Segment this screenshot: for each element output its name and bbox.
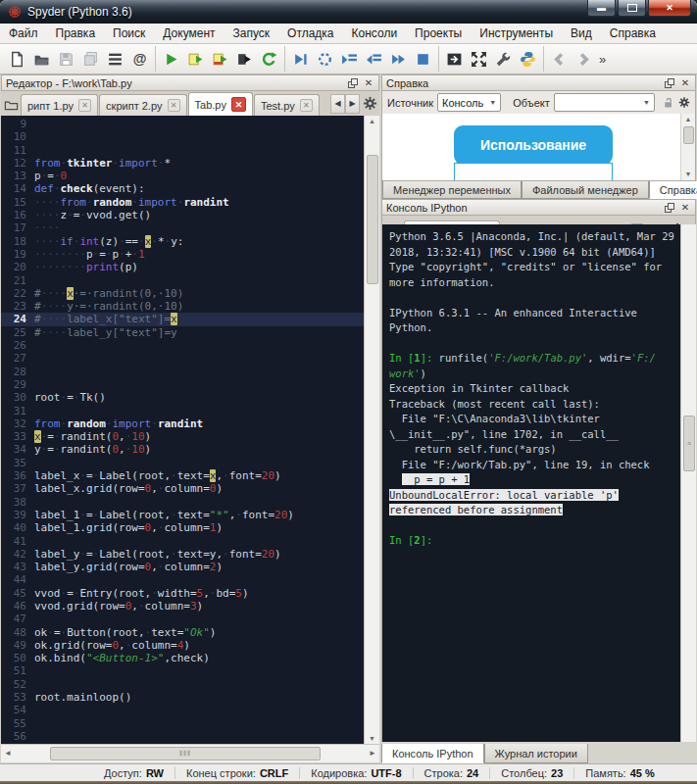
editor-tab[interactable]: скрипт 2.py✕ [99,94,186,116]
help-pane-tab[interactable]: Менеджер переменных [382,181,522,199]
tb-save[interactable] [54,47,78,72]
code-line[interactable]: 15····from·random·import·randint [1,196,365,209]
close-tab-icon[interactable]: ✕ [168,99,180,112]
code-line[interactable]: 37label_x.grid(row=0,·column=0) [1,482,365,495]
source-select[interactable]: Консоль▼ [437,93,501,112]
code-line[interactable]: 10 [1,130,365,143]
tb-rerun-last[interactable] [257,47,281,72]
code-line[interactable]: 50ok.bind("<Button-1>",check) [1,652,365,664]
menu-item[interactable]: Отладка [278,24,342,43]
menu-item[interactable]: Проекты [406,24,471,43]
editor-options-gear-icon[interactable] [360,93,379,115]
close-tab-icon[interactable]: ✕ [231,97,246,112]
code-line[interactable]: 34y·=·randint(0,·10) [1,443,365,456]
close-tab-icon[interactable]: ✕ [300,99,313,112]
maximize-button[interactable] [618,0,646,17]
code-line[interactable]: 12from·tkinter·import·* [1,157,365,170]
scroll-down-icon[interactable]: ▼ [681,169,695,180]
usage-banner[interactable]: Использование [454,125,613,165]
code-line[interactable]: 44 [1,573,365,586]
help-pane-tab[interactable]: Справка [649,181,697,199]
console-vscrollbar[interactable]: ≡ [680,224,696,742]
lock-icon[interactable] [663,97,674,109]
tb-debug[interactable] [288,47,313,72]
code-line[interactable]: 56 [1,730,365,743]
close-pane-icon[interactable]: ✕ [679,77,691,89]
code-line[interactable]: 17···· [1,221,365,234]
code-line[interactable]: 39label_1·=·Label(root,·text="*",·font=2… [1,509,365,521]
editor-vscrollbar[interactable]: ▲ ▼ [364,116,379,745]
tb-stop-debug[interactable] [411,47,435,72]
code-line[interactable]: 16····z·=·vvod.get() [1,209,365,221]
close-pane-icon[interactable]: ✕ [679,202,691,214]
help-options-gear-icon[interactable] [678,97,690,109]
code-line[interactable]: 23#····y·=·randint(0,·10) [1,300,365,313]
code-line[interactable]: 26 [1,339,365,352]
code-line[interactable]: 33x·=·randint(0,·10) [1,430,365,443]
code-line[interactable]: 25#····label_y["text"]=y [1,326,365,339]
title-bar[interactable]: Spyder (Python 3.6) ▬ ✕ [0,0,697,24]
scroll-up-icon[interactable]: ▲ [681,114,695,125]
close-button[interactable]: ✕ [648,0,691,17]
editor-hscrollbar[interactable]: ◄ ⦀⦀⦀ ► [1,744,379,762]
code-line[interactable]: 29 [1,378,365,391]
menu-item[interactable]: Консоли [343,24,407,43]
editor-tab[interactable]: Test.py✕ [254,94,320,116]
close-pane-icon[interactable]: ✕ [363,77,374,89]
tb-run-selection[interactable] [232,47,257,72]
code-line[interactable]: 19········p·=·p·+·1 [1,248,365,261]
console-pane-tab[interactable]: Консоль IPython [381,744,484,763]
menu-item[interactable]: Вид [562,24,601,43]
tb-rerun-cell[interactable] [208,47,232,72]
tb-save-all[interactable] [78,47,103,72]
code-line[interactable]: 27 [1,352,365,365]
help-vscrollbar[interactable]: ▲ ▼ [680,114,695,180]
undock-icon[interactable] [664,77,675,89]
minimize-button[interactable]: ▬ [587,0,616,17]
toolbar-overflow-icon[interactable]: » [596,52,609,67]
scroll-up-icon[interactable]: ▲ [365,116,379,127]
menu-item[interactable]: Документ [154,24,224,43]
code-line[interactable]: 42label_y·=·Label(root,·text=y,·font=20) [1,548,365,561]
code-line[interactable]: 43label_y.grid(row=0,·column=2) [1,561,365,573]
code-line[interactable]: 32from·random·import·randint [1,417,365,430]
tabs-scroll-left-icon[interactable]: ◀ [330,94,345,114]
menu-item[interactable]: Поиск [104,24,154,43]
close-tab-icon[interactable]: ✕ [78,99,91,112]
console-pane-tab[interactable]: Журнал истории [484,744,588,763]
code-line[interactable]: 52 [1,678,365,691]
tb-symbol-finder[interactable]: @ [127,47,152,72]
tb-step-out[interactable] [362,47,386,72]
code-editor[interactable]: 9101112from·tkinter·import·*13p·=·014def… [1,116,379,745]
menu-item[interactable]: Правка [47,24,105,43]
tb-run-cell[interactable] [183,47,208,72]
code-line[interactable]: 49ok.grid(row=0,·column=4) [1,639,365,652]
code-line[interactable]: 47 [1,612,365,625]
code-line[interactable]: 36label_x·=·Label(root,·text=x,·font=20) [1,469,365,482]
code-line[interactable]: 55 [1,717,365,730]
object-select[interactable]: ▼ [554,93,655,112]
code-line[interactable]: 38 [1,496,365,509]
tb-step-into[interactable] [337,47,362,72]
tb-run[interactable] [159,47,183,72]
help-pane-tab[interactable]: Файловый менеджер [522,181,649,199]
editor-tab[interactable]: рипт 1.py✕ [21,94,98,116]
code-line[interactable]: 53root.mainloop() [1,691,365,704]
code-line[interactable]: 46vvod.grid(row=0,·column=3) [1,600,365,612]
code-line[interactable]: 22#····x·=·randint(0,·10) [1,287,365,300]
tb-open-file[interactable] [29,47,54,72]
code-line[interactable]: 18····if·int(z)·==·x·*·y: [1,235,365,248]
editor-tab[interactable]: Tab.py✕ [188,92,253,116]
code-line[interactable]: 14def·check(event): [1,182,365,195]
tb-file-switcher[interactable] [103,47,127,72]
code-line[interactable]: 11 [1,144,365,157]
code-line[interactable]: 30root·=·Tk() [1,391,365,404]
code-line[interactable]: 45vvod·=·Entry(root,·width=5,·bd=5) [1,587,365,600]
scroll-left-icon[interactable]: ◄ [1,745,15,762]
scroll-right-icon[interactable]: ► [366,745,379,762]
code-line[interactable]: 48ok·=·Button(root,·text="Ok") [1,626,365,639]
console-output[interactable]: Python 3.6.5 |Anaconda, Inc.| (default, … [381,224,696,742]
tb-panels[interactable] [442,47,467,72]
tb-python-env[interactable] [516,47,540,72]
code-line[interactable]: 35 [1,457,365,469]
